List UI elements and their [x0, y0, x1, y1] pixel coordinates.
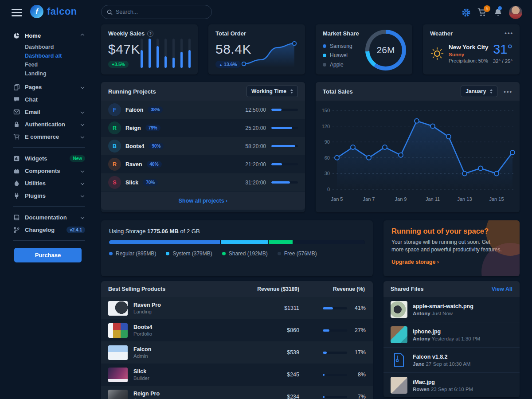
chevron-down-icon	[81, 85, 84, 89]
product-progress-bar	[323, 352, 347, 354]
file-item-falcon-v1-8-2[interactable]: Falcon v1.8.2Jane 27 Sep at 10:30 AM	[383, 347, 520, 372]
bar	[172, 39, 175, 68]
sidebar-subitem-dashboard-alt[interactable]: Dashboard alt	[13, 51, 85, 60]
product-percent: 41%	[352, 305, 366, 311]
hamburger-menu-icon[interactable]	[12, 9, 22, 18]
sidebar-item-chat[interactable]: Chat	[13, 93, 85, 106]
product-thumbnail	[108, 345, 128, 360]
project-row-boots4[interactable]: BBoots490%58:20:00	[101, 137, 305, 155]
svg-text:Jan 9: Jan 9	[395, 196, 407, 202]
weather-title: Weather	[430, 30, 453, 37]
month-select[interactable]: January	[461, 86, 497, 97]
product-progress-bar	[323, 374, 347, 376]
project-row-reign[interactable]: RReign79%25:20:00	[101, 119, 305, 137]
legend-dot-icon	[278, 252, 281, 255]
sidebar-item-widgets[interactable]: WidgetsNew	[13, 152, 85, 164]
project-row-raven[interactable]: RRaven40%21:20:00	[101, 155, 305, 173]
project-avatar: F	[108, 103, 121, 116]
chevron-down-icon	[81, 215, 84, 219]
view-all-link[interactable]: View All	[492, 286, 512, 292]
sidebar-item-authentication[interactable]: Authentication	[13, 118, 85, 130]
file-name: iphone.jpg	[413, 329, 480, 335]
sidebar-item-components[interactable]: Components	[13, 164, 85, 177]
upgrade-storage-link[interactable]: Upgrade storage ›	[391, 259, 439, 265]
user-avatar[interactable]	[509, 6, 522, 19]
product-revenue: $539	[233, 349, 299, 356]
bar	[149, 39, 151, 68]
product-row-raven-pro[interactable]: Raven ProLanding$131141%	[101, 297, 373, 319]
sidebar-item-email[interactable]: Email	[13, 106, 85, 118]
sidebar-item-utilities[interactable]: Utilities	[13, 177, 85, 189]
storage-legend: Regular (895MB)System (379MB)Shared (192…	[109, 250, 365, 257]
weather-range: 32° / 25°	[493, 59, 512, 64]
sidebar-item-plugins[interactable]: Plugins	[13, 189, 85, 202]
search-box[interactable]	[101, 5, 212, 19]
product-thumbnail	[108, 368, 128, 382]
sidebar-item-label: Components	[25, 168, 76, 174]
sidebar-badge: New	[70, 155, 85, 162]
svg-text:0: 0	[327, 187, 330, 192]
bell-icon[interactable]	[494, 8, 502, 17]
sidebar-item-pages[interactable]: Pages	[13, 81, 85, 93]
product-row-reign-pro[interactable]: Reign ProAgency$2347%	[101, 386, 373, 399]
sidebar-item-changelog[interactable]: Changelogv2.4.1	[13, 223, 85, 236]
cart-icon[interactable]: 1	[477, 8, 487, 17]
ellipsis-menu-icon[interactable]: •••	[505, 30, 513, 36]
space-card-body: Your storage will be running out soon. G…	[391, 239, 502, 254]
cart-count-badge: 1	[484, 5, 490, 12]
working-time-select[interactable]: Working Time	[246, 86, 298, 97]
svg-text:Jan 15: Jan 15	[489, 196, 504, 202]
running-projects-card: Running Projects Working Time FFalcon38%…	[101, 82, 305, 212]
best-selling-title: Best Selling Products	[108, 286, 233, 292]
total-order-badge: ▲ 13.6%	[215, 61, 241, 68]
chevron-down-icon	[81, 122, 84, 126]
file-item-imac-jpg[interactable]: iMac.jpgRowen 23 Sep at 6:10 PM	[383, 372, 520, 398]
file-item-iphone-jpg[interactable]: iphone.jpgAntony Yesterday at 1:30 PM	[383, 322, 520, 347]
sidebar-subitem-dashboard[interactable]: Dashboard	[13, 43, 85, 51]
project-percent-badge: 70%	[143, 179, 158, 186]
sidebar-subitem-landing[interactable]: Landing	[13, 69, 85, 78]
chevron-down-icon	[81, 181, 84, 185]
sidebar-item-e-commerce[interactable]: E commerce	[13, 130, 85, 143]
sidebar-item-documentation[interactable]: Documentation	[13, 211, 85, 223]
file-meta: Rowen 23 Sep at 6:10 PM	[413, 387, 473, 392]
revenue-header: Revenue ($3189)	[233, 286, 299, 292]
settings-gear-icon[interactable]	[462, 8, 471, 17]
svg-text:60: 60	[325, 155, 330, 160]
project-name: Boots4	[125, 143, 144, 149]
bar	[180, 39, 183, 68]
weekly-sales-bar-chart	[141, 39, 191, 68]
product-row-falcon[interactable]: FalconAdmin$53917%	[101, 341, 373, 364]
project-row-falcon[interactable]: FFalcon38%12:50:00	[101, 101, 305, 119]
sidebar-subitem-feed[interactable]: Feed	[13, 60, 85, 69]
market-share-title: Market Share	[323, 30, 359, 37]
product-row-slick[interactable]: SlickBuilder$2458%	[101, 364, 373, 386]
project-row-slick[interactable]: SSlick70%31:20:00	[101, 173, 305, 192]
product-thumbnail	[108, 390, 128, 399]
sidebar-item-label: Home	[25, 32, 76, 39]
sidebar-item-home[interactable]: Home	[13, 29, 85, 42]
search-input[interactable]	[116, 9, 206, 15]
file-item-apple-smart-watch-png[interactable]: apple-smart-watch.pngAntony Just Now	[383, 297, 520, 322]
file-thumbnail	[391, 377, 407, 394]
file-name: iMac.jpg	[413, 379, 473, 385]
project-avatar: R	[108, 158, 121, 171]
show-all-projects-link[interactable]: Show all projects ›	[179, 198, 227, 204]
sun-icon	[430, 43, 444, 64]
upgrade-space-card: Running out of your space? Your storage …	[383, 220, 520, 276]
shared-files-card: Shared Files View All apple-smart-watch.…	[383, 281, 520, 397]
project-percent-badge: 38%	[148, 106, 163, 113]
help-icon[interactable]: ?	[147, 31, 153, 37]
purchase-button[interactable]: Purchase	[14, 248, 82, 262]
product-row-boots4[interactable]: Boots4Portfolio$86027%	[101, 319, 373, 341]
svg-text:150: 150	[322, 108, 330, 113]
weekly-sales-card: Weekly Sales ? $47K +3.5%	[101, 24, 198, 74]
file-zip-icon	[391, 352, 407, 368]
brand-logo[interactable]: f falcon	[30, 5, 77, 18]
file-thumbnail	[391, 326, 407, 343]
sidebar-item-label: Authentication	[25, 121, 76, 128]
project-avatar: B	[108, 140, 121, 153]
sidebar-nav: HomeDashboardDashboard altFeedLandingPag…	[13, 29, 85, 236]
ellipsis-menu-icon[interactable]: •••	[504, 88, 512, 95]
storage-legend-item: System (379MB)	[166, 250, 212, 257]
